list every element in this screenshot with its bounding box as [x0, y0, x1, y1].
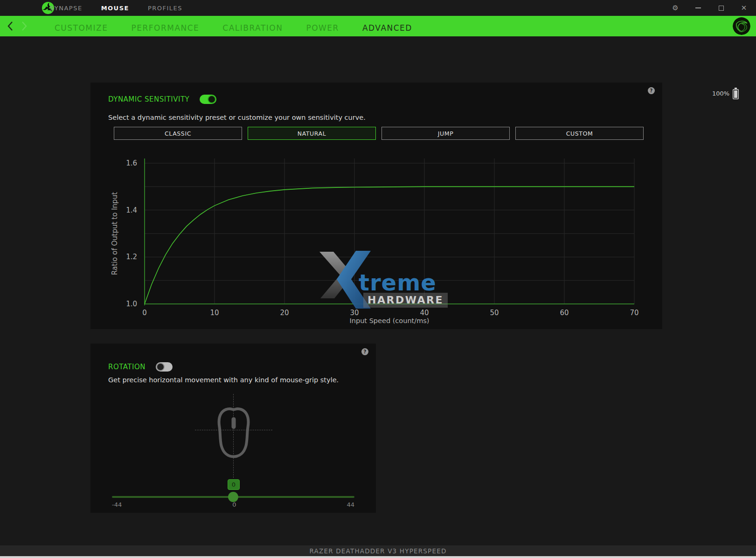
preset-natural[interactable]: NATURAL — [248, 127, 376, 140]
navbar: CUSTOMIZE PERFORMANCE CALIBRATION POWER … — [0, 16, 756, 36]
x-axis-title: Input Speed (count/ms) — [349, 317, 429, 324]
close-button[interactable]: ✕ — [740, 4, 748, 12]
sensitivity-curve — [145, 186, 634, 304]
user-avatar[interactable] — [733, 17, 750, 35]
mouse-outline-icon — [217, 406, 250, 460]
bottom-edge-strip — [0, 556, 756, 558]
rotation-panel: ? ROTATION Get precise horizontal moveme… — [90, 344, 376, 513]
rotation-value-badge: 0 — [228, 479, 240, 490]
x-tick-label: 10 — [210, 309, 219, 317]
titlebar-tabs: SYNAPSE MOUSE PROFILES — [24, 0, 182, 16]
sensitivity-chart: 0102030405060701.01.21.41.6Input Speed (… — [90, 152, 662, 329]
toggle-knob — [156, 363, 165, 371]
y-axis-title: Ratio of Output to Input — [111, 192, 119, 275]
subtab-performance[interactable]: PERFORMANCE — [131, 23, 199, 33]
maximize-button[interactable] — [717, 4, 725, 12]
rotation-slider-labels: -44 0 44 — [112, 501, 354, 508]
device-footer: RAZER DEATHADDER V3 HYPERSPEED — [0, 545, 756, 556]
x-tick-label: 40 — [420, 309, 429, 317]
x-tick-label: 20 — [280, 309, 289, 317]
subtab-calibration[interactable]: CALIBRATION — [222, 23, 283, 33]
titlebar: SYNAPSE MOUSE PROFILES ⚙ ✕ — [0, 0, 756, 16]
y-tick-label: 1.4 — [126, 206, 137, 214]
toggle-knob — [208, 95, 216, 103]
back-icon[interactable] — [7, 21, 14, 31]
profile-bar: PROFILE DESKTOP-1KAREDD-Defa... ▾ ••• 10… — [0, 36, 756, 64]
device-name: RAZER DEATHADDER V3 HYPERSPEED — [310, 547, 447, 555]
razer-synapse-window: SYNAPSE MOUSE PROFILES ⚙ ✕ CUSTOMIZE PER… — [0, 0, 756, 558]
tab-mouse[interactable]: MOUSE — [101, 5, 129, 12]
x-tick-label: 30 — [350, 309, 359, 317]
x-tick-label: 60 — [560, 309, 569, 317]
x-tick-label: 50 — [490, 309, 499, 317]
subtab-customize[interactable]: CUSTOMIZE — [55, 23, 108, 33]
help-icon[interactable]: ? — [648, 87, 655, 94]
help-icon[interactable]: ? — [361, 348, 368, 355]
window-controls: ⚙ ✕ — [672, 0, 748, 16]
rotation-slider-knob[interactable] — [228, 492, 238, 502]
preset-classic[interactable]: CLASSIC — [114, 127, 242, 140]
x-tick-label: 0 — [142, 309, 147, 317]
sensitivity-presets: CLASSIC NATURAL JUMP CUSTOM — [114, 127, 644, 140]
maximize-icon — [719, 6, 724, 11]
dynamic-sensitivity-description: Select a dynamic sensitivity preset or c… — [108, 114, 366, 121]
subtab-power[interactable]: POWER — [306, 23, 339, 33]
tab-profiles[interactable]: PROFILES — [148, 5, 182, 12]
dynamic-sensitivity-toggle[interactable] — [200, 95, 216, 104]
forward-icon[interactable] — [21, 21, 28, 31]
device-subtabs: CUSTOMIZE PERFORMANCE CALIBRATION POWER … — [55, 16, 412, 36]
battery-percent: 100% — [712, 90, 729, 97]
minimize-button[interactable] — [694, 4, 702, 12]
preset-jump[interactable]: JUMP — [381, 127, 510, 140]
battery-status: 100% — [712, 88, 739, 99]
tab-synapse[interactable]: SYNAPSE — [50, 5, 83, 12]
battery-icon — [733, 88, 739, 99]
rotation-toggle[interactable] — [156, 362, 173, 372]
slider-min-label: -44 — [112, 501, 122, 508]
dynamic-sensitivity-title: DYNAMIC SENSITIVITY — [108, 95, 189, 103]
slider-center-label: 0 — [232, 501, 236, 508]
rotation-title: ROTATION — [108, 363, 146, 371]
dynamic-sensitivity-panel: ? DYNAMIC SENSITIVITY Select a dynamic s… — [90, 83, 662, 329]
nav-history — [7, 16, 28, 36]
slider-max-label: 44 — [347, 501, 354, 508]
y-tick-label: 1.6 — [126, 159, 137, 167]
preset-custom[interactable]: CUSTOM — [515, 127, 644, 140]
subtab-advanced[interactable]: ADVANCED — [362, 23, 412, 33]
settings-gear-icon[interactable]: ⚙ — [672, 4, 679, 12]
minimize-icon — [695, 7, 701, 8]
rotation-description: Get precise horizontal movement with any… — [108, 376, 339, 384]
x-tick-label: 70 — [630, 309, 638, 317]
y-tick-label: 1.0 — [126, 300, 137, 308]
rotation-header: ROTATION — [108, 362, 173, 372]
y-tick-label: 1.2 — [126, 253, 137, 261]
dynamic-sensitivity-header: DYNAMIC SENSITIVITY — [108, 95, 216, 104]
